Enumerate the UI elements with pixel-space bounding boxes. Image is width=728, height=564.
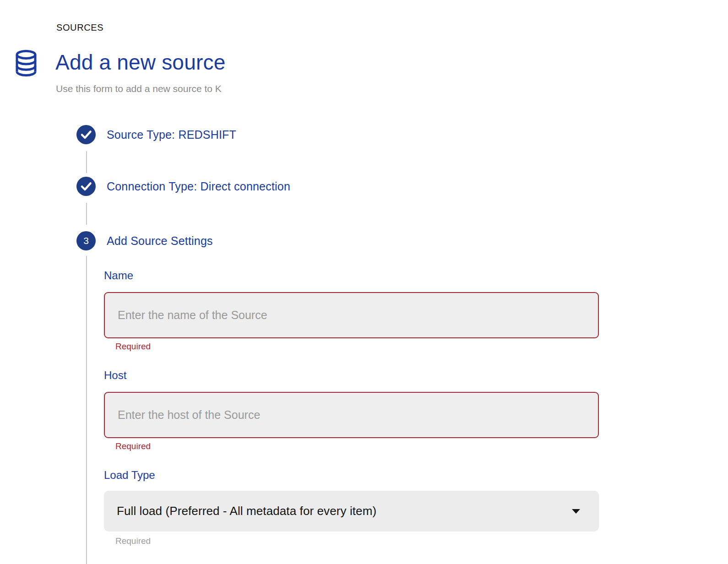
step-add-source-settings[interactable]: 3 Add Source Settings [76, 231, 213, 250]
host-input[interactable] [104, 392, 599, 438]
add-source-page: SOURCES Add a new source Use this form t… [0, 0, 728, 564]
step-number: 3 [83, 235, 89, 246]
step-connection-type[interactable]: Connection Type: Direct connection [76, 177, 290, 196]
load-type-required-helper: Required [115, 536, 151, 546]
chevron-down-icon [571, 509, 581, 514]
page-title: Add a new source [55, 50, 225, 75]
load-type-select[interactable]: Full load (Preferred - All metadata for … [104, 491, 599, 531]
host-required-helper: Required [115, 441, 151, 451]
step-add-source-settings-label: Add Source Settings [107, 234, 213, 248]
check-icon [76, 177, 96, 196]
name-input[interactable] [104, 292, 599, 338]
check-icon [76, 125, 96, 144]
database-icon [15, 50, 38, 78]
load-type-selected-value: Full load (Preferred - All metadata for … [117, 504, 376, 518]
step-number-badge: 3 [76, 231, 96, 250]
load-type-field-label: Load Type [104, 469, 155, 482]
step-source-type[interactable]: Source Type: REDSHIFT [76, 125, 236, 144]
name-required-helper: Required [115, 342, 151, 352]
name-field-label: Name [104, 269, 133, 282]
host-field-label: Host [104, 369, 126, 382]
page-subtitle: Use this form to add a new source to K [56, 83, 222, 94]
stepper-connector [86, 256, 87, 564]
step-connection-type-label: Connection Type: Direct connection [107, 180, 290, 193]
stepper-connector [86, 203, 87, 225]
breadcrumb-sources: SOURCES [56, 22, 103, 33]
step-source-type-label: Source Type: REDSHIFT [107, 128, 236, 141]
stepper-connector [86, 151, 87, 173]
